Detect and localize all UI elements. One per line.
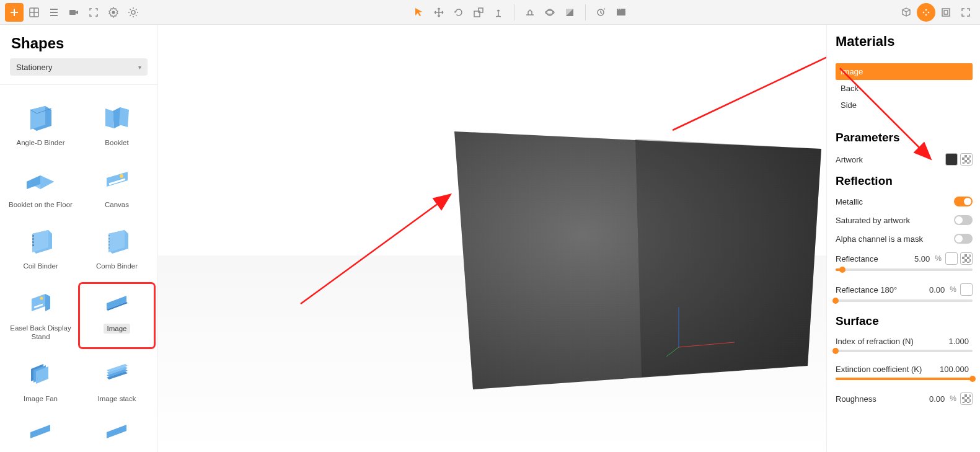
orbit-button[interactable] xyxy=(541,3,559,22)
shape-booklet-floor[interactable]: Booklet on the Floor xyxy=(2,159,79,216)
viewport-3d[interactable] xyxy=(158,25,826,452)
svg-point-2 xyxy=(112,11,115,14)
shapes-title: Shapes xyxy=(0,25,157,58)
focus-button[interactable] xyxy=(84,3,103,22)
artwork-color-swatch[interactable] xyxy=(945,153,958,166)
coil-binder-icon xyxy=(22,226,60,258)
shape-image[interactable]: Image xyxy=(79,283,155,348)
ior-value: 1.000 xyxy=(948,337,969,346)
axis-gizmo xyxy=(666,304,741,360)
timeline-button[interactable] xyxy=(592,3,611,22)
saturated-toggle[interactable] xyxy=(954,215,973,225)
comb-binder-icon xyxy=(99,226,136,258)
saturated-label: Saturated by artwork xyxy=(836,216,954,225)
annotation-arrow-2 xyxy=(673,25,826,136)
shade-button[interactable] xyxy=(560,3,579,22)
reflectance180-slider[interactable] xyxy=(836,299,973,302)
reflectance-slider[interactable] xyxy=(836,268,973,271)
shape-image-stack[interactable]: Image stack xyxy=(79,353,155,410)
reflectance180-value: 0.00 xyxy=(929,285,945,295)
easel-icon xyxy=(22,288,60,320)
rotate-tool-button[interactable] xyxy=(449,3,468,22)
svg-point-18 xyxy=(928,11,930,13)
artwork-label: Artwork xyxy=(836,155,945,164)
ior-slider[interactable] xyxy=(836,350,973,352)
extinction-slider[interactable] xyxy=(836,378,973,380)
snap-button[interactable] xyxy=(521,3,539,22)
camera-button[interactable] xyxy=(64,3,83,22)
extinction-label: Extinction coefficient (K) xyxy=(836,365,940,374)
grid-view-button[interactable] xyxy=(25,3,43,22)
booklet-floor-icon xyxy=(22,164,60,197)
binder-icon xyxy=(22,102,60,135)
image-icon xyxy=(99,288,136,320)
shape-coil-binder[interactable]: Coil Binder xyxy=(2,221,79,278)
shapes-category-select[interactable]: Stationery xyxy=(10,58,148,76)
svg-point-12 xyxy=(618,9,619,9)
shape-canvas[interactable]: Canvas xyxy=(79,159,155,216)
metallic-toggle[interactable] xyxy=(954,197,973,206)
top-toolbar xyxy=(0,0,980,25)
image-fan-icon xyxy=(22,358,60,391)
shapes-grid: Angle-D Binder Booklet Booklet on the Fl… xyxy=(0,91,157,452)
svg-rect-10 xyxy=(617,10,625,16)
select-tool-button[interactable] xyxy=(410,3,428,22)
materials-panel-button[interactable] xyxy=(917,3,935,22)
shape-partial-2[interactable] xyxy=(79,415,155,452)
3d-panel-object xyxy=(449,130,826,391)
roughness-texture-swatch[interactable] xyxy=(960,392,973,405)
axis-tool-button[interactable] xyxy=(489,3,508,22)
roughness-value: 0.00 xyxy=(929,394,945,404)
booklet-icon xyxy=(99,102,136,135)
artwork-texture-swatch[interactable] xyxy=(960,153,973,166)
shape-comb-binder[interactable]: Comb Binder xyxy=(79,221,155,278)
svg-rect-5 xyxy=(479,8,483,12)
svg-rect-20 xyxy=(944,11,948,14)
material-back[interactable]: Back xyxy=(836,80,973,97)
svg-rect-1 xyxy=(69,10,76,15)
canvas-icon xyxy=(99,164,136,197)
materials-title: Materials xyxy=(836,33,973,50)
extinction-value: 100.000 xyxy=(940,365,969,374)
metallic-label: Metallic xyxy=(836,197,954,206)
svg-point-15 xyxy=(925,9,927,11)
svg-rect-19 xyxy=(942,9,950,16)
svg-line-33 xyxy=(673,25,826,130)
render-button[interactable] xyxy=(612,3,630,22)
reflectance-value: 5.00 xyxy=(914,254,930,264)
scale-tool-button[interactable] xyxy=(469,3,488,22)
shape-easel[interactable]: Easel Back Display Stand xyxy=(2,283,79,348)
brightness-button[interactable] xyxy=(124,3,143,22)
svg-line-30 xyxy=(679,342,735,347)
shape-image-fan[interactable]: Image Fan xyxy=(2,353,79,410)
move-tool-button[interactable] xyxy=(430,3,448,22)
view-cube-button[interactable] xyxy=(897,3,916,22)
alpha-mask-label: Alpha channel is a mask xyxy=(836,234,954,244)
shape-booklet[interactable]: Booklet xyxy=(79,97,155,154)
parameters-title: Parameters xyxy=(836,131,973,144)
fullscreen-button[interactable] xyxy=(956,3,975,22)
shapes-panel: Shapes Stationery Angle-D Binder Booklet… xyxy=(0,25,158,452)
svg-point-17 xyxy=(923,11,925,13)
alpha-mask-toggle[interactable] xyxy=(954,234,973,244)
settings-button[interactable] xyxy=(104,3,123,22)
image-stack-icon xyxy=(99,358,136,391)
shape-partial-1[interactable] xyxy=(2,415,79,452)
material-image[interactable]: Image xyxy=(836,63,973,80)
materials-list: Image Back Side xyxy=(836,63,973,113)
reflection-title: Reflection xyxy=(836,174,973,188)
surface-title: Surface xyxy=(836,314,973,328)
list-view-button[interactable] xyxy=(45,3,63,22)
properties-panel: Materials Image Back Side Parameters Art… xyxy=(826,25,980,452)
reflectance-texture-swatch[interactable] xyxy=(960,252,973,265)
reflectance-swatch[interactable] xyxy=(945,252,958,265)
material-side[interactable]: Side xyxy=(836,97,973,113)
add-shape-button[interactable] xyxy=(5,3,24,22)
reflectance180-swatch[interactable] xyxy=(960,283,973,296)
frame-button[interactable] xyxy=(937,3,955,22)
shape-angle-d-binder[interactable]: Angle-D Binder xyxy=(2,97,79,154)
reflectance180-label: Reflectance 180° xyxy=(836,285,929,295)
svg-point-21 xyxy=(120,174,123,178)
svg-point-16 xyxy=(925,14,927,16)
svg-point-22 xyxy=(40,296,43,299)
